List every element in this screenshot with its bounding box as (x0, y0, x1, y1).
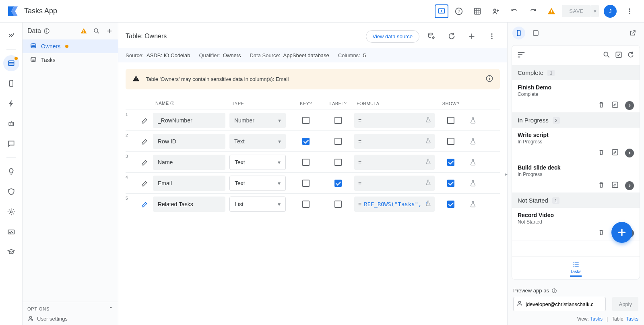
key-checkbox[interactable] (302, 180, 310, 187)
column-name-input[interactable] (153, 176, 225, 191)
formula-input[interactable]: = (354, 113, 435, 128)
rail-learn-icon[interactable] (3, 244, 19, 260)
rail-views-icon[interactable] (3, 75, 19, 91)
key-checkbox[interactable] (302, 201, 310, 208)
flask-icon[interactable] (463, 201, 483, 208)
flask-icon[interactable] (463, 159, 483, 166)
footer-view-link[interactable]: Tasks (590, 316, 603, 322)
label-checkbox[interactable] (334, 117, 342, 124)
column-type-select[interactable]: Text▾ (229, 155, 286, 170)
chevron-right-icon[interactable] (625, 181, 634, 190)
info-icon[interactable] (551, 288, 557, 294)
edit-icon[interactable] (137, 201, 153, 208)
footer-table-link[interactable]: Tasks (626, 316, 638, 322)
device-tablet-icon[interactable] (529, 27, 542, 39)
column-type-select[interactable]: List▾ (229, 197, 286, 212)
show-checkbox[interactable] (447, 117, 454, 124)
avatar[interactable]: J (604, 5, 617, 18)
add-icon[interactable] (106, 27, 113, 35)
column-name-input[interactable] (153, 113, 225, 128)
rail-security-icon[interactable] (3, 184, 19, 200)
show-checkbox[interactable] (447, 159, 454, 166)
edit-icon[interactable] (611, 181, 619, 190)
sidebar-warning-icon[interactable] (80, 27, 87, 35)
label-checkbox[interactable] (334, 180, 342, 187)
delete-icon[interactable] (598, 181, 605, 190)
device-phone-icon[interactable] (512, 27, 525, 39)
table-settings-icon[interactable] (423, 28, 440, 44)
delete-icon[interactable] (598, 149, 605, 157)
key-checkbox[interactable] (302, 117, 310, 124)
present-icon[interactable] (435, 4, 448, 18)
table-item-owners[interactable]: Owners (23, 39, 118, 53)
flask-icon[interactable] (463, 180, 483, 187)
task-card[interactable]: Write scriptIn Progress (512, 128, 640, 160)
column-type-select[interactable]: Number▾ (229, 113, 286, 128)
group-header[interactable]: In Progress2 (512, 113, 640, 128)
chevron-right-icon[interactable] (625, 101, 634, 110)
redo-icon[interactable] (525, 3, 541, 19)
edit-icon[interactable] (137, 117, 153, 124)
rail-manage-icon[interactable] (3, 224, 19, 240)
group-header[interactable]: Not Started1 (512, 193, 640, 208)
show-checkbox[interactable] (447, 201, 454, 208)
select-all-icon[interactable] (615, 51, 623, 60)
column-type-select[interactable]: Text▾ (229, 134, 286, 149)
rail-home-icon[interactable] (3, 27, 19, 43)
flask-icon[interactable] (463, 117, 483, 124)
show-checkbox[interactable] (447, 138, 454, 145)
show-checkbox[interactable] (447, 180, 454, 187)
preview-email-input[interactable] (513, 297, 606, 311)
edit-icon[interactable] (137, 159, 153, 166)
rail-actions-icon[interactable] (3, 95, 19, 112)
edit-icon[interactable] (611, 149, 619, 157)
undo-icon[interactable] (506, 3, 522, 19)
key-checkbox[interactable] (302, 138, 310, 145)
open-external-icon[interactable] (626, 27, 639, 39)
delete-icon[interactable] (598, 229, 605, 238)
edit-icon[interactable] (611, 101, 619, 110)
rail-data-icon[interactable] (3, 55, 19, 71)
formula-input[interactable]: = (354, 176, 435, 191)
delete-icon[interactable] (598, 101, 605, 110)
edit-icon[interactable] (137, 138, 153, 145)
label-checkbox[interactable] (334, 159, 342, 166)
group-header[interactable]: Complete1 (512, 65, 640, 80)
column-name-input[interactable] (153, 197, 225, 212)
phone-refresh-icon[interactable] (627, 51, 635, 60)
label-checkbox[interactable] (334, 138, 342, 145)
view-data-source-button[interactable]: View data source (366, 30, 420, 43)
formula-input[interactable]: =REF_ROWS("Tasks", ' (354, 197, 435, 212)
save-button[interactable]: SAVE (562, 5, 591, 17)
key-checkbox[interactable] (302, 159, 310, 166)
sort-icon[interactable] (517, 50, 526, 60)
banner-info-icon[interactable] (485, 75, 493, 84)
rail-chat-icon[interactable] (3, 136, 19, 152)
edit-icon[interactable] (137, 180, 153, 187)
grid-icon[interactable] (469, 3, 485, 19)
phone-search-icon[interactable] (603, 51, 611, 60)
help-icon[interactable]: ? (451, 3, 467, 19)
rail-bots-icon[interactable] (3, 116, 19, 132)
label-checkbox[interactable] (334, 201, 342, 208)
task-card[interactable]: Finish DemoComplete (512, 80, 640, 113)
table-more-icon[interactable] (484, 28, 500, 44)
rail-settings-icon[interactable] (3, 204, 19, 220)
tab-tasks[interactable]: Tasks (570, 260, 581, 277)
column-name-input[interactable] (153, 155, 225, 170)
warning-icon[interactable] (543, 3, 559, 19)
apply-button[interactable]: Apply (612, 297, 638, 311)
formula-input[interactable]: = (354, 134, 435, 149)
chevron-right-icon[interactable] (625, 149, 634, 157)
info-icon[interactable] (43, 28, 50, 34)
fab-add-button[interactable] (611, 222, 632, 243)
formula-input[interactable]: = (354, 155, 435, 170)
share-icon[interactable] (488, 3, 504, 19)
refresh-icon[interactable] (444, 28, 460, 44)
add-column-icon[interactable] (464, 28, 480, 44)
task-card[interactable]: Build slide deckIn Progress (512, 160, 640, 193)
flask-icon[interactable] (463, 138, 483, 145)
column-name-input[interactable] (153, 134, 225, 149)
save-dropdown[interactable]: ▾ (591, 5, 599, 17)
column-type-select[interactable]: Text▾ (229, 176, 286, 191)
